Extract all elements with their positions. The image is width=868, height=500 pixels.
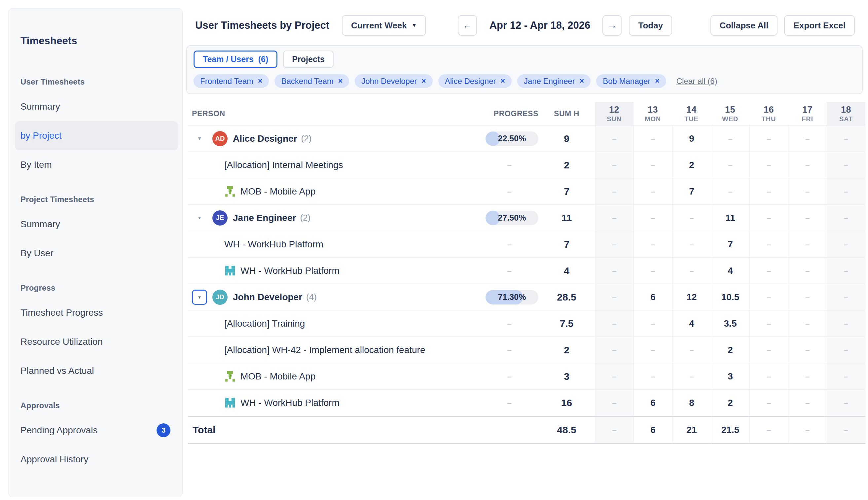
- sidebar-item-timesheet-progress[interactable]: Timesheet Progress: [15, 298, 178, 327]
- empty-value: –: [844, 372, 848, 381]
- hours-value: 6: [650, 398, 655, 408]
- remove-chip-icon[interactable]: ×: [258, 77, 262, 85]
- day-cell-16: –: [750, 284, 788, 310]
- export-excel-button[interactable]: Export Excel: [784, 15, 855, 36]
- empty-value: –: [805, 134, 810, 143]
- sidebar-item-by-item[interactable]: By Item: [15, 150, 178, 179]
- empty-value: –: [767, 134, 771, 143]
- filter-tab-projects[interactable]: Projects: [283, 50, 334, 68]
- day-name: WED: [722, 115, 738, 123]
- filter-tab-team-users[interactable]: Team / Users(6): [194, 50, 277, 68]
- notification-badge: 3: [157, 423, 170, 437]
- day-cell-13: –: [633, 337, 672, 363]
- day-cell-14: –: [672, 231, 711, 258]
- empty-value: –: [805, 372, 810, 381]
- day-cell-17: –: [788, 310, 827, 337]
- empty-value: –: [844, 293, 848, 302]
- day-cell-17: –: [788, 258, 827, 284]
- progress-label: 71.30%: [486, 290, 538, 305]
- day-cell-15: 11: [711, 205, 750, 231]
- day-cell-13: –: [633, 125, 672, 152]
- filter-chip-john-developer: John Developer×: [355, 74, 433, 88]
- person-name: John Developer: [233, 292, 302, 303]
- filter-chip-label: Alice Designer: [445, 77, 496, 86]
- filter-chip-label: Bob Manager: [603, 77, 650, 86]
- progress-cell: 22.50%: [481, 125, 538, 152]
- period-selector-dropdown[interactable]: Current Week ▼: [342, 15, 426, 36]
- day-cell-17: –: [788, 205, 827, 231]
- day-cell-12: –: [595, 125, 633, 152]
- clear-all-link[interactable]: Clear all (6): [676, 77, 717, 86]
- person-name: Jane Engineer: [233, 213, 296, 223]
- caret-slot: ▾: [192, 135, 207, 142]
- arrow-right-icon: →: [607, 20, 617, 31]
- empty-value: –: [612, 213, 616, 223]
- prev-week-button[interactable]: ←: [458, 15, 477, 36]
- sidebar-item-summary[interactable]: Summary: [15, 210, 178, 239]
- item-label: [Allocation] Training: [224, 318, 305, 329]
- empty-value: –: [805, 160, 810, 170]
- hours-value: 11: [725, 213, 735, 223]
- sidebar-item-by-user[interactable]: By User: [15, 239, 178, 268]
- sidebar-items: SummaryBy User: [21, 210, 176, 268]
- day-number: 13: [648, 105, 658, 115]
- chevron-down-icon[interactable]: ▾: [198, 135, 201, 142]
- item-row-allocation-wh-42-implement-allocation-feature: [Allocation] WH-42 - Implement allocatio…: [188, 337, 481, 363]
- empty-value: –: [805, 425, 810, 435]
- sum-hours-cell: 4: [538, 258, 595, 284]
- remove-chip-icon[interactable]: ×: [580, 77, 584, 85]
- sidebar-item-label: By User: [21, 248, 54, 259]
- sidebar-item-pending-approvals[interactable]: Pending Approvals3: [15, 416, 178, 445]
- progress-cell: –: [481, 310, 538, 337]
- sidebar-item-summary[interactable]: Summary: [15, 92, 178, 121]
- empty-value: –: [651, 187, 655, 196]
- day-cell-18: –: [827, 284, 865, 310]
- chevron-down-icon[interactable]: ▾: [198, 214, 201, 221]
- avatar: AD: [213, 131, 228, 146]
- next-week-button[interactable]: →: [603, 15, 621, 36]
- day-cell-13: –: [633, 178, 672, 205]
- remove-chip-icon[interactable]: ×: [338, 77, 343, 85]
- remove-chip-icon[interactable]: ×: [655, 77, 659, 85]
- hours-value: 21.5: [721, 425, 740, 435]
- day-cell-13: 6: [633, 416, 672, 444]
- day-cell-16: –: [750, 390, 788, 416]
- empty-value: –: [507, 372, 512, 381]
- sidebar-item-approval-history[interactable]: Approval History: [15, 445, 178, 474]
- empty-value: –: [844, 266, 848, 275]
- empty-value: –: [728, 160, 732, 170]
- day-cell-15: 3.5: [711, 310, 750, 337]
- project-avatar-icon-mob: [224, 371, 236, 382]
- sidebar-item-planned-vs-actual[interactable]: Planned vs Actual: [15, 356, 178, 385]
- empty-value: –: [805, 240, 810, 249]
- hours-value: 4: [728, 265, 733, 276]
- remove-chip-icon[interactable]: ×: [500, 77, 505, 85]
- person-row-alice-designer: ▾ADAlice Designer(2): [188, 125, 481, 152]
- empty-value: –: [767, 425, 771, 435]
- item-row-wh-workhub-platform: WH - WorkHub Platform: [188, 258, 481, 284]
- project-avatar-icon-mob: [224, 185, 236, 197]
- today-button[interactable]: Today: [629, 15, 672, 36]
- sidebar-title: Timesheets: [21, 34, 176, 47]
- remove-chip-icon[interactable]: ×: [421, 77, 426, 85]
- empty-value: –: [805, 213, 810, 223]
- expand-toggle-button[interactable]: ▾: [192, 289, 207, 305]
- empty-value: –: [767, 187, 771, 196]
- sum-hours-cell: 16: [538, 390, 595, 416]
- column-header-day-12: 12SUN: [595, 102, 633, 125]
- sidebar-item-by-project[interactable]: by Project: [15, 121, 178, 150]
- sidebar-item-resource-utilization[interactable]: Resource Utilization: [15, 327, 178, 356]
- sidebar-item-label: By Item: [21, 159, 52, 170]
- empty-value: –: [844, 213, 848, 223]
- item-label: WH - WorkHub Platform: [240, 265, 340, 276]
- day-cell-16: –: [750, 363, 788, 390]
- day-cell-13: –: [633, 363, 672, 390]
- filter-tab-label: Projects: [292, 55, 325, 64]
- collapse-all-button[interactable]: Collapse All: [710, 15, 778, 36]
- hours-value: 2: [689, 160, 694, 170]
- day-cell-18: –: [827, 390, 865, 416]
- sum-hours-cell: 7: [538, 231, 595, 258]
- empty-value: –: [805, 187, 810, 196]
- item-row-wh-workhub-platform: WH - WorkHub Platform: [188, 390, 481, 416]
- day-cell-13: –: [633, 310, 672, 337]
